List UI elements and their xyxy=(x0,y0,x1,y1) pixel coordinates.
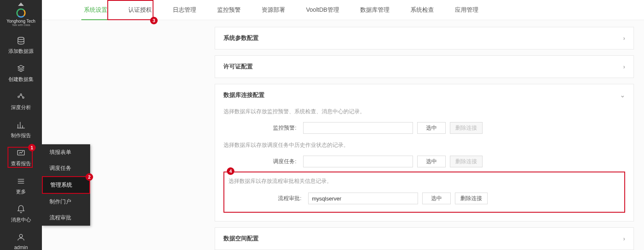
panel-title: 许可证配置 xyxy=(223,63,253,70)
flyout-item-label: 流程审批 xyxy=(49,214,71,221)
dataset-icon xyxy=(16,64,26,73)
panel-header-system-params[interactable]: 系统参数配置 › xyxy=(215,27,634,49)
flyout-item-fill-form[interactable]: 填报表单 xyxy=(42,144,90,160)
panel-header-data-space[interactable]: 数据空间配置 › xyxy=(215,228,634,250)
menu-icon xyxy=(16,177,26,186)
panel-body-db-connection: 选择数据库以存放监控预警、系统检查、消息中心的记录。 监控预警: 选中 删除连接… xyxy=(215,106,634,221)
annotation-badge-1: 1 xyxy=(28,144,36,151)
logo-icon xyxy=(16,8,26,18)
delete-connection-button: 删除连接 xyxy=(450,156,483,167)
flyout-item-approval[interactable]: 流程审批 xyxy=(42,210,90,226)
input-monitor[interactable] xyxy=(303,122,413,134)
sidebar-item-label: 深度分析 xyxy=(11,104,31,111)
tab-label: 监控预警 xyxy=(217,6,241,14)
tab-vooltdb[interactable]: VooltDB管理 xyxy=(304,0,342,20)
sidebar-item-create-dataset[interactable]: 创建数据集 xyxy=(0,59,42,87)
tab-label: VooltDB管理 xyxy=(306,6,339,14)
sidebar-item-label: 更多 xyxy=(16,188,26,195)
collapse-up-icon[interactable] xyxy=(18,3,24,6)
analysis-icon xyxy=(16,92,26,102)
sidebar-item-label: 添加数据源 xyxy=(8,48,34,55)
sidebar-item-more[interactable]: 更多 xyxy=(0,172,42,200)
chevron-right-icon: › xyxy=(623,35,625,42)
flyout-item-portal[interactable]: 制作门户 xyxy=(42,194,90,210)
main-area: 系统设置 认证授权 日志管理 监控预警 资源部署 VooltDB管理 数据库管理… xyxy=(42,0,644,250)
sidebar-item-user[interactable]: admin xyxy=(0,228,42,250)
top-tabs: 系统设置 认证授权 日志管理 监控预警 资源部署 VooltDB管理 数据库管理… xyxy=(42,0,644,20)
svg-point-2 xyxy=(20,94,22,96)
panel-title: 数据空间配置 xyxy=(223,235,259,242)
tab-syscheck[interactable]: 系统检查 xyxy=(408,0,436,20)
user-icon xyxy=(16,233,26,242)
select-button[interactable]: 选中 xyxy=(417,122,446,134)
report-icon xyxy=(16,120,26,130)
delete-connection-button: 删除连接 xyxy=(450,122,483,134)
brand-tagline: Talk with Data xyxy=(12,23,30,27)
select-button[interactable]: 选中 xyxy=(417,156,446,167)
input-approval[interactable] xyxy=(308,193,418,204)
highlight-box-approval: 4 选择数据库以存放流程审批相关信息记录。 流程审批: 选中 删除连接 xyxy=(223,172,625,213)
flyout-item-manage-system[interactable]: 管理系统 2 xyxy=(42,176,90,194)
sidebar-item-label: 创建数据集 xyxy=(8,76,34,83)
tab-app[interactable]: 应用管理 xyxy=(452,0,481,20)
input-schedule[interactable] xyxy=(303,156,413,167)
chevron-down-icon: ⌄ xyxy=(620,92,625,99)
panel-system-params: 系统参数配置 › xyxy=(215,27,634,49)
bell-icon xyxy=(16,205,26,214)
svg-point-1 xyxy=(18,96,20,98)
panel-db-connection: 数据库连接配置 ⌄ 选择数据库以存放监控预警、系统检查、消息中心的记录。 监控预… xyxy=(215,84,634,221)
flyout-item-label: 管理系统 xyxy=(50,182,72,188)
tab-label: 日志管理 xyxy=(173,6,196,14)
more-flyout-menu: 填报表单 调度任务 管理系统 2 制作门户 流程审批 xyxy=(42,144,90,226)
annotation-badge-4: 4 xyxy=(227,167,234,175)
db-desc-1: 选择数据库以存放监控预警、系统检查、消息中心的记录。 xyxy=(223,108,625,115)
annotation-badge-2: 2 xyxy=(86,173,93,181)
sidebar: Yonghong Tech Talk with Data 添加数据源 创建数据集… xyxy=(0,0,42,250)
select-button[interactable]: 选中 xyxy=(422,193,451,204)
sidebar-item-deep-analysis[interactable]: 深度分析 xyxy=(0,87,42,115)
panel-title: 数据库连接配置 xyxy=(223,91,265,99)
flyout-item-schedule[interactable]: 调度任务 xyxy=(42,160,90,176)
svg-point-3 xyxy=(23,97,24,99)
chevron-right-icon: › xyxy=(623,235,625,242)
row-approval: 流程审批: 选中 删除连接 xyxy=(229,193,620,204)
sidebar-item-label: admin xyxy=(14,245,28,250)
tab-monitor[interactable]: 监控预警 xyxy=(215,0,243,20)
svg-point-5 xyxy=(19,234,22,237)
highlight-box-tab xyxy=(107,0,153,20)
tab-label: 系统设置 xyxy=(84,6,107,14)
panel-title: 系统参数配置 xyxy=(223,34,259,42)
row-monitor: 监控预警: 选中 删除连接 xyxy=(223,122,625,134)
label-schedule: 调度任务: xyxy=(223,158,299,165)
flyout-item-label: 制作门户 xyxy=(49,198,71,205)
tab-log[interactable]: 日志管理 xyxy=(170,0,199,20)
brand-logo: Yonghong Tech Talk with Data xyxy=(7,8,35,27)
sidebar-item-create-report[interactable]: 制作报告 xyxy=(0,115,42,143)
sidebar-item-messages[interactable]: 消息中心 xyxy=(0,200,42,228)
highlight-box-more: 1 xyxy=(8,147,33,168)
row-schedule: 调度任务: 选中 删除连接 xyxy=(223,156,625,167)
panel-header-db-connection[interactable]: 数据库连接配置 ⌄ xyxy=(215,84,634,106)
db-desc-2: 选择数据库以存放调度任务中历史作业状态的记录。 xyxy=(223,141,625,149)
tab-label: 应用管理 xyxy=(455,6,478,14)
panel-license: 许可证配置 › xyxy=(215,55,634,78)
annotation-badge-3: 3 xyxy=(150,17,158,24)
content-scroll[interactable]: 系统参数配置 › 许可证配置 › 数据库连接配置 ⌄ xyxy=(42,20,644,250)
tab-label: 数据库管理 xyxy=(360,6,390,14)
tab-database[interactable]: 数据库管理 xyxy=(358,0,392,20)
database-icon xyxy=(16,36,26,45)
tab-label: 资源部署 xyxy=(262,6,285,14)
chevron-right-icon: › xyxy=(623,63,625,70)
sidebar-item-add-datasource[interactable]: 添加数据源 xyxy=(0,31,42,59)
label-monitor: 监控预警: xyxy=(223,124,299,132)
flyout-item-label: 调度任务 xyxy=(49,165,71,171)
brand-name: Yonghong Tech xyxy=(7,19,35,23)
panel-header-license[interactable]: 许可证配置 › xyxy=(215,56,634,78)
svg-point-0 xyxy=(18,37,24,40)
delete-connection-button[interactable]: 删除连接 xyxy=(455,193,488,204)
flyout-item-label: 填报表单 xyxy=(49,149,71,155)
sidebar-item-label: 制作报告 xyxy=(11,132,31,139)
sidebar-item-label: 消息中心 xyxy=(11,216,31,224)
tab-resource[interactable]: 资源部署 xyxy=(259,0,288,20)
tab-system-settings[interactable]: 系统设置 xyxy=(81,0,110,20)
